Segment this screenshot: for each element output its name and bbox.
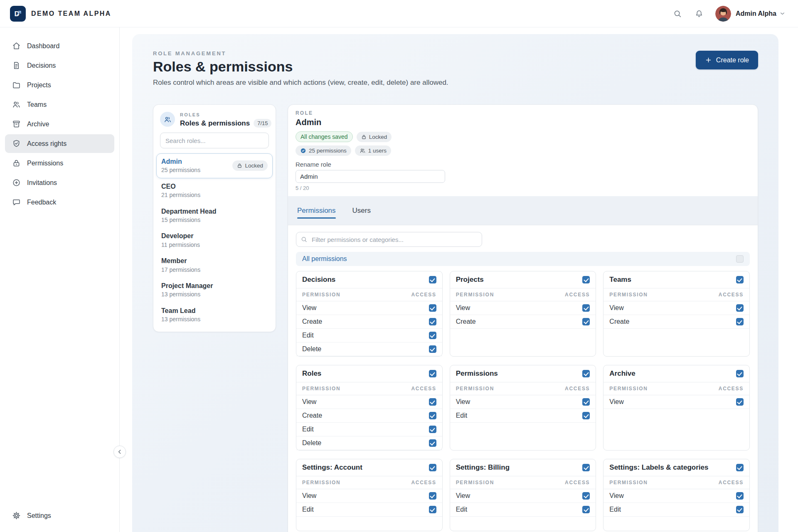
role-list-item[interactable]: Department Head 15 permissions (156, 203, 273, 228)
roles-card-header: ROLES Roles & permissions 7/15 (153, 105, 276, 133)
create-role-button[interactable]: Create role (696, 51, 758, 69)
permission-checkbox[interactable] (429, 332, 436, 339)
role-management-panel: ROLE MANAGEMENT Roles & permissions Role… (132, 34, 778, 532)
permission-checkbox[interactable] (429, 345, 436, 353)
permission-checkbox[interactable] (582, 318, 590, 325)
tab-permissions[interactable]: Permissions (297, 196, 336, 225)
all-permissions-checkbox[interactable] (736, 255, 744, 263)
rename-role-input[interactable] (296, 170, 445, 183)
permission-name: View (609, 304, 623, 312)
sidebar-item-label: Teams (27, 101, 47, 108)
permission-checkbox[interactable] (429, 439, 436, 447)
sidebar-item-invitations[interactable]: Invitations (5, 173, 114, 192)
category-checkbox[interactable] (429, 370, 436, 377)
permission-checkbox[interactable] (429, 398, 436, 406)
permission-row: Create (603, 315, 749, 329)
role-list-item[interactable]: Project Manager 13 permissions (156, 278, 273, 303)
role-name: CEO (161, 183, 200, 190)
bell-icon[interactable] (693, 7, 705, 20)
permission-checkbox[interactable] (736, 304, 744, 312)
search-icon[interactable] (671, 7, 684, 20)
locked-status-badge: Locked (357, 132, 392, 142)
permissions-filter-input[interactable] (296, 232, 482, 247)
access-column-label: ACCESS (565, 480, 590, 485)
role-list-item[interactable]: CEO 21 permissions (156, 178, 273, 203)
role-name: Project Manager (161, 282, 213, 290)
page-subtitle: Roles control which areas are visible an… (153, 79, 448, 87)
role-list-item[interactable]: Admin 25 permissions Locked (156, 153, 273, 178)
permission-checkbox[interactable] (736, 318, 744, 325)
permission-rows: View (603, 395, 749, 409)
category-checkbox[interactable] (582, 276, 590, 283)
all-permissions-row[interactable]: All permissions (296, 252, 750, 266)
home-icon (12, 42, 21, 50)
role-list-item[interactable]: Developer 11 permissions (156, 228, 273, 253)
sidebar-item-label: Projects (27, 81, 51, 89)
role-item-text: Team Lead 13 permissions (161, 307, 200, 323)
rename-char-counter: 5 / 20 (296, 185, 750, 191)
category-header: Teams (603, 271, 749, 288)
sidebar-item-projects[interactable]: Projects (5, 76, 114, 94)
locked-status-label: Locked (369, 134, 387, 140)
permission-checkbox[interactable] (582, 492, 590, 500)
roles-card-header-text: ROLES Roles & permissions 7/15 (180, 112, 271, 128)
role-name: Department Head (161, 208, 216, 215)
sidebar-item-label: Invitations (27, 179, 57, 187)
permission-checkbox[interactable] (582, 412, 590, 419)
access-column-label: ACCESS (719, 480, 744, 485)
lock-icon (12, 159, 21, 167)
role-item-text: Department Head 15 permissions (161, 208, 216, 224)
permission-rows: View Edit (603, 489, 749, 517)
category-checkbox[interactable] (429, 464, 436, 471)
permission-name: Edit (302, 426, 314, 433)
sidebar-item-decisions[interactable]: Decisions (5, 56, 114, 75)
roles-search-input[interactable] (160, 133, 269, 148)
brand[interactable]: D DEMO TEAM ALPHA (10, 6, 111, 22)
permission-checkbox[interactable] (736, 492, 744, 500)
sidebar-item-permissions[interactable]: Permissions (5, 154, 114, 172)
category-checkbox[interactable] (582, 370, 590, 377)
category-checkbox[interactable] (582, 464, 590, 471)
permission-checkbox[interactable] (736, 506, 744, 513)
permission-checkbox[interactable] (429, 318, 436, 325)
sidebar-item-label: Decisions (27, 62, 56, 69)
sidebar-item-settings[interactable]: Settings (5, 506, 114, 525)
permission-checkbox[interactable] (429, 492, 436, 500)
role-item-text: CEO 21 permissions (161, 183, 200, 199)
permission-checkbox[interactable] (429, 412, 436, 419)
role-permission-count: 15 permissions (161, 217, 216, 223)
permission-checkbox[interactable] (582, 506, 590, 513)
permission-checkbox[interactable] (582, 304, 590, 312)
sidebar-item-teams[interactable]: Teams (5, 95, 114, 114)
permission-category-card: Permissions PERMISSION ACCESS (450, 365, 596, 451)
sidebar-item-feedback[interactable]: Feedback (5, 193, 114, 212)
permission-column-label: PERMISSION (456, 386, 494, 392)
chevron-down-icon[interactable] (779, 10, 786, 17)
permission-count-badge: 25 permissions (296, 145, 351, 156)
category-checkbox[interactable] (429, 276, 436, 283)
role-list-item[interactable]: Team Lead 13 permissions (156, 303, 273, 328)
permission-rows: View Create (296, 395, 442, 450)
plus-icon (705, 57, 712, 64)
permission-checkbox[interactable] (429, 426, 436, 433)
check-circle-icon (300, 148, 306, 154)
sidebar-item-dashboard[interactable]: Dashboard (5, 37, 114, 55)
avatar[interactable] (715, 6, 731, 22)
role-list-item[interactable]: Member 17 permissions (156, 253, 273, 278)
category-name: Archive (609, 369, 635, 378)
category-checkbox[interactable] (736, 370, 744, 377)
tab-users[interactable]: Users (352, 196, 371, 225)
permission-checkbox[interactable] (429, 304, 436, 312)
all-permissions-label: All permissions (302, 255, 347, 263)
sidebar-item-archive[interactable]: Archive (5, 115, 114, 133)
user-name[interactable]: Admin Alpha (736, 10, 776, 17)
sidebar-item-access-rights[interactable]: Access rights (5, 134, 114, 153)
category-checkbox[interactable] (736, 464, 744, 471)
sidebar-collapse-button[interactable] (113, 446, 126, 458)
permission-rows: View Edit (450, 489, 596, 517)
permission-checkbox[interactable] (582, 398, 590, 406)
permission-checkbox[interactable] (429, 506, 436, 513)
permission-checkbox[interactable] (736, 398, 744, 406)
category-checkbox[interactable] (736, 276, 744, 283)
permission-row: View (603, 489, 749, 503)
